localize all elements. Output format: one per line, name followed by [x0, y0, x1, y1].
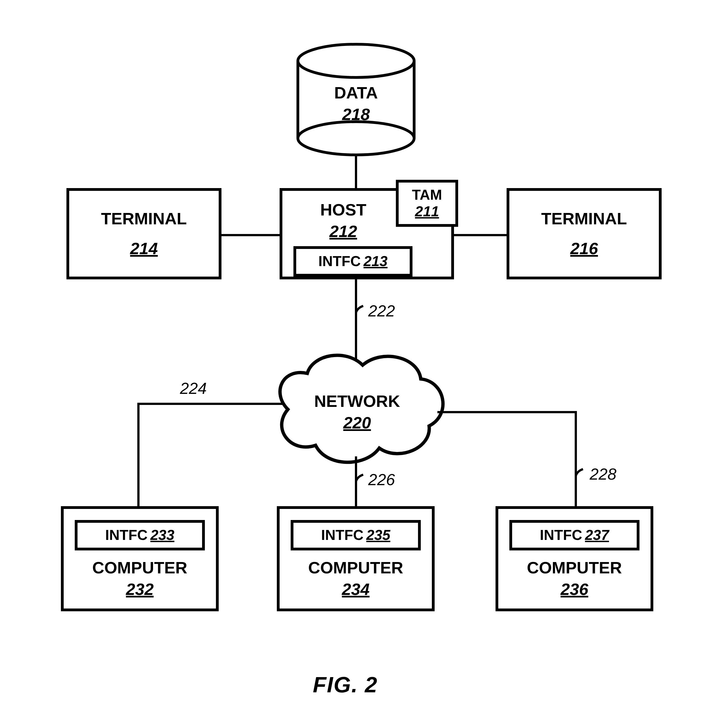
- tam-ref: 211: [415, 203, 439, 220]
- intfc-right-ref: 237: [585, 527, 609, 543]
- computer-mid-label: COMPUTER: [308, 557, 403, 579]
- diagram-canvas: DATA 218 HOST 212 TAM 211 INTFC 213 TERM…: [0, 0, 712, 728]
- computer-left-ref: 232: [126, 579, 154, 600]
- intfc-mid-label: INTFC: [321, 527, 363, 543]
- computer-mid-ref: 234: [342, 579, 369, 600]
- network-label: NETWORK: [314, 391, 400, 412]
- link-222-label: 222: [368, 302, 395, 320]
- host-ref: 212: [299, 221, 387, 242]
- link-228-label: 228: [590, 465, 617, 483]
- intfc-mid-node: INTFC 235: [291, 520, 421, 550]
- terminal-left-ref: 214: [130, 238, 158, 259]
- intfc-right-node: INTFC 237: [509, 520, 639, 550]
- network-node: NETWORK 220: [294, 382, 421, 442]
- link-224-label: 224: [180, 379, 207, 398]
- data-label: DATA: [334, 82, 378, 104]
- intfc-left-ref: 233: [150, 527, 174, 543]
- link-226-label: 226: [368, 470, 395, 489]
- computer-right-ref: 236: [561, 579, 588, 600]
- intfc-mid-ref: 235: [366, 527, 390, 543]
- intfc-right-label: INTFC: [540, 527, 582, 543]
- intfc-left-node: INTFC 233: [75, 520, 205, 550]
- figure-caption: FIG. 2: [313, 672, 378, 698]
- terminal-left-label: TERMINAL: [101, 208, 187, 229]
- computer-left-label: COMPUTER: [92, 557, 187, 579]
- host-intfc-ref: 213: [363, 253, 387, 270]
- terminal-right-node: TERMINAL 216: [507, 188, 662, 280]
- host-intfc-node: INTFC 213: [294, 246, 412, 277]
- computer-right-label: COMPUTER: [527, 557, 622, 579]
- terminal-left-node: TERMINAL 214: [67, 188, 221, 280]
- terminal-right-ref: 216: [570, 238, 598, 259]
- terminal-right-label: TERMINAL: [541, 208, 627, 229]
- host-label: HOST: [299, 199, 387, 221]
- network-ref: 220: [343, 412, 371, 434]
- tam-node: TAM 211: [396, 180, 458, 227]
- intfc-left-label: INTFC: [105, 527, 148, 543]
- tam-label: TAM: [412, 187, 442, 203]
- data-ref: 218: [342, 104, 370, 125]
- data-node: DATA 218: [298, 72, 414, 136]
- host-intfc-label: INTFC: [318, 253, 361, 270]
